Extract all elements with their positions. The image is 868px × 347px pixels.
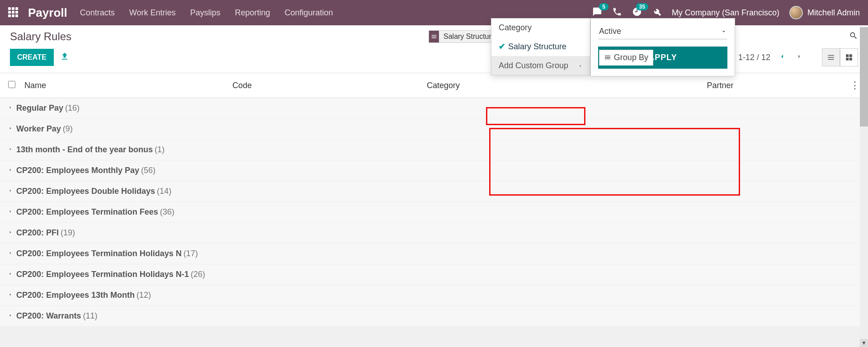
add-custom-group[interactable]: Add Custom Group [491, 56, 590, 75]
groupby-option-category[interactable]: Category [491, 19, 590, 37]
group-count: (26) [191, 270, 205, 279]
group-label: CP200: Employees Double Holidays [16, 187, 155, 196]
group-count: (14) [157, 187, 171, 196]
group-count: (17) [184, 249, 198, 258]
caret-right-icon [8, 208, 13, 216]
groupby-option-salary-structure[interactable]: ✔Salary Structure [491, 37, 590, 56]
group-label: Worker Pay [16, 124, 61, 134]
group-row[interactable]: 13th month - End of the year bonus (1) [0, 140, 868, 160]
group-row[interactable]: Regular Pay (16) [0, 98, 868, 119]
caret-right-icon [8, 146, 13, 154]
search-icon[interactable] [849, 31, 858, 42]
import-icon[interactable] [60, 52, 69, 63]
caret-right-icon [8, 125, 13, 133]
group-count: (56) [141, 166, 156, 175]
add-custom-label: Add Custom Group [499, 61, 568, 70]
avatar [789, 6, 803, 19]
groupby-label: Group By [614, 53, 648, 62]
group-label: CP200: Warrants [16, 311, 81, 321]
custom-group-panel: Active APPLY [590, 18, 735, 76]
caret-right-icon [8, 167, 13, 175]
group-row[interactable]: CP200: Employees 13th Month (12) [0, 285, 868, 306]
chevron-down-icon [721, 29, 726, 34]
group-count: (19) [61, 228, 75, 238]
activity-icon[interactable]: 35 [632, 7, 642, 19]
group-row[interactable]: CP200: Employees Termination Fees (36) [0, 202, 868, 223]
user-menu[interactable]: Mitchell Admin [789, 6, 860, 19]
col-category[interactable]: Category [427, 81, 594, 90]
pager-next-icon[interactable] [794, 51, 805, 64]
caret-right-icon [8, 250, 13, 258]
group-label: CP200: Employees Termination Fees [16, 207, 158, 217]
user-name: Mitchell Admin [807, 8, 860, 18]
list-view-icon[interactable] [822, 48, 840, 66]
view-switch [822, 48, 858, 66]
group-row[interactable]: CP200: Employees Monthly Pay (56) [0, 160, 868, 181]
check-icon: ✔ [499, 42, 505, 51]
group-row[interactable]: CP200: Employees Termination Holidays N … [0, 244, 868, 264]
groupby-option-label: Salary Structure [508, 42, 566, 51]
scroll-down-icon[interactable]: ▼ [860, 339, 868, 347]
create-button[interactable]: CREATE [10, 49, 54, 66]
nav-configuration[interactable]: Configuration [285, 8, 333, 18]
company-selector[interactable]: My Company (San Francisco) [672, 8, 779, 18]
group-label: CP200: Employees 13th Month [16, 291, 135, 300]
col-more-icon[interactable]: ⋮ [846, 80, 860, 91]
apps-icon[interactable] [8, 7, 19, 18]
caret-right-icon [8, 291, 13, 300]
app-brand[interactable]: Payroll [28, 6, 67, 20]
select-all-cell [8, 81, 24, 90]
caret-right-icon [8, 271, 13, 279]
group-label: Regular Pay [16, 103, 63, 113]
col-name[interactable]: Name [24, 81, 232, 90]
control-panel: Salary Rules Salary Structure × CREATE F… [0, 25, 868, 73]
pager-text: 1-12 / 12 [738, 53, 770, 62]
group-rows: Regular Pay (16)Worker Pay (9)13th month… [0, 98, 868, 327]
select-all-checkbox[interactable] [8, 81, 15, 88]
group-row[interactable]: CP200: Employees Double Holidays (14) [0, 181, 868, 202]
scrollbar-thumb[interactable] [860, 27, 868, 127]
phone-icon[interactable] [612, 7, 622, 19]
group-row[interactable]: CP200: Employees Termination Holidays N-… [0, 264, 868, 285]
tools-icon[interactable] [652, 7, 662, 19]
chat-badge: 5 [599, 3, 609, 10]
kanban-view-icon[interactable] [840, 48, 858, 66]
custom-group-field-label: Active [599, 27, 621, 36]
vertical-scrollbar[interactable]: ▲ ▼ [860, 27, 868, 347]
nav-payslips[interactable]: Payslips [190, 8, 220, 18]
group-count: (36) [160, 207, 175, 217]
group-count: (1) [155, 145, 165, 155]
nav-contracts[interactable]: Contracts [80, 8, 115, 18]
custom-group-field-select[interactable]: Active [598, 24, 727, 39]
caret-right-icon [8, 188, 13, 196]
group-row[interactable]: CP200: Warrants (11) [0, 306, 868, 327]
chat-icon[interactable]: 5 [592, 7, 602, 19]
caret-right-icon [8, 312, 13, 320]
group-label: CP200: Employees Termination Holidays N [16, 249, 182, 258]
activity-badge: 35 [636, 3, 648, 10]
group-row[interactable]: Worker Pay (9) [0, 119, 868, 140]
group-count: (16) [65, 103, 80, 113]
pager: 1-12 / 12 [738, 51, 805, 64]
chevron-right-icon [578, 63, 583, 69]
group-label: CP200: PFI [16, 228, 59, 238]
groupby-dropdown: Category ✔Salary Structure Add Custom Gr… [491, 18, 590, 75]
groupby-toggle[interactable]: Group By [599, 50, 653, 66]
group-row[interactable]: CP200: PFI (19) [0, 223, 868, 244]
table-header: Name Code Category Partner ⋮ [0, 73, 868, 98]
group-count: (12) [137, 291, 151, 300]
group-count: (9) [63, 124, 73, 134]
nav-work-entries[interactable]: Work Entries [129, 8, 176, 18]
topnav-right: 5 35 My Company (San Francisco) Mitchell… [592, 6, 860, 19]
group-label: 13th month - End of the year bonus [16, 145, 153, 155]
nav-reporting[interactable]: Reporting [235, 8, 270, 18]
top-nav: Payroll Contracts Work Entries Payslips … [0, 0, 868, 25]
groupby-facet-icon [429, 31, 439, 42]
pager-prev-icon[interactable] [777, 51, 788, 64]
col-code[interactable]: Code [232, 81, 427, 90]
group-label: CP200: Employees Termination Holidays N-… [16, 270, 189, 279]
caret-right-icon [8, 229, 13, 237]
col-partner[interactable]: Partner [594, 81, 846, 90]
page-title: Salary Rules [10, 30, 71, 43]
caret-right-icon [8, 104, 13, 113]
